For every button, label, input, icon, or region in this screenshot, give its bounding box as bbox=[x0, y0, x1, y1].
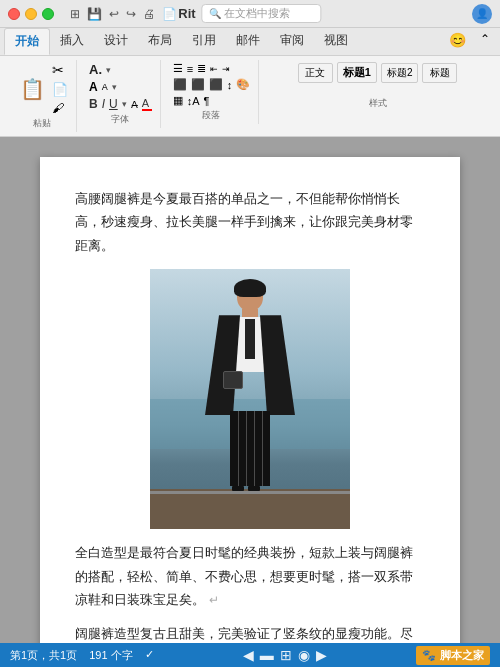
status-left: 第1页，共1页 191 个字 ✓ bbox=[10, 648, 154, 663]
indent-decrease-button[interactable]: ⇤ bbox=[210, 64, 218, 74]
font-color-button[interactable]: A bbox=[142, 97, 152, 111]
tab-insert[interactable]: 插入 bbox=[50, 28, 94, 55]
align-right-button[interactable]: ⬛ bbox=[209, 78, 223, 91]
nav-icon-right[interactable]: ▶ bbox=[316, 647, 327, 663]
paste-icon: 📋 bbox=[16, 74, 48, 104]
doc-icon[interactable]: 📄 bbox=[160, 7, 179, 21]
bold-button[interactable]: B bbox=[89, 97, 98, 111]
cut-copy-group: ✂ 📄 🖌 bbox=[52, 62, 68, 115]
show-marks-button[interactable]: ¶ bbox=[204, 95, 210, 107]
emoji-icon[interactable]: 😊 bbox=[441, 28, 474, 55]
shading-button[interactable]: 🎨 bbox=[236, 78, 250, 91]
paragraph-1: 高腰阔腿裤是今夏最百搭的单品之一，不但能帮你悄悄长高，秒速瘦身、拉长美腿一样手到… bbox=[75, 187, 425, 257]
maximize-button[interactable] bbox=[42, 8, 54, 20]
font-size-row: A A ▾ bbox=[89, 80, 152, 94]
paragraph-controls: ☰ ≡ ≣ ⇤ ⇥ ⬛ ⬛ ⬛ ↕ 🎨 ▦ ↕A ¶ bbox=[173, 62, 251, 107]
redo-icon[interactable]: ↪ bbox=[124, 7, 138, 21]
format-painter-button[interactable]: 🖌 bbox=[52, 101, 68, 115]
style-heading2[interactable]: 标题2 bbox=[381, 63, 419, 83]
doc-page: 高腰阔腿裤是今夏最百搭的单品之一，不但能帮你悄悄长高，秒速瘦身、拉长美腿一样手到… bbox=[40, 157, 460, 643]
italic-button[interactable]: I bbox=[102, 97, 105, 111]
nav-icon-view1[interactable]: ▬ bbox=[260, 647, 274, 663]
align-center-button[interactable]: ⬛ bbox=[191, 78, 205, 91]
strikethrough-button[interactable]: A̶ bbox=[131, 99, 138, 110]
font-format-row: B I U ▾ A̶ A bbox=[89, 97, 152, 111]
group-style: 正文 标题1 标题2 标题 样式 bbox=[263, 60, 492, 112]
group-font: A. ▾ A A ▾ B I U ▾ A̶ A 字体 bbox=[81, 60, 161, 128]
search-placeholder: 在文档中搜索 bbox=[224, 6, 290, 21]
word-count: 191 个字 bbox=[89, 648, 132, 663]
style-gallery: 正文 标题1 标题2 标题 bbox=[298, 62, 458, 83]
cut-button[interactable]: ✂ bbox=[52, 62, 68, 78]
nav-icon-view3[interactable]: ◉ bbox=[298, 647, 310, 663]
save-icon[interactable]: 💾 bbox=[85, 7, 104, 21]
borders-button[interactable]: ▦ bbox=[173, 94, 183, 107]
nav-icon-left[interactable]: ◀ bbox=[243, 647, 254, 663]
font-name-row: A. ▾ bbox=[89, 62, 152, 77]
font-size-dropdown[interactable]: ▾ bbox=[112, 82, 117, 92]
numbered-list-button[interactable]: ≡ bbox=[187, 63, 193, 75]
print-icon[interactable]: 🖨 bbox=[141, 7, 157, 21]
paste-label: 粘贴 bbox=[33, 117, 51, 130]
tie bbox=[245, 319, 255, 359]
right-shoe bbox=[248, 486, 260, 491]
tab-mail[interactable]: 邮件 bbox=[226, 28, 270, 55]
document-area[interactable]: 高腰阔腿裤是今夏最百搭的单品之一，不但能帮你悄悄长高，秒速瘦身、拉长美腿一样手到… bbox=[0, 137, 500, 643]
minimize-button[interactable] bbox=[25, 8, 37, 20]
group-paragraph: ☰ ≡ ≣ ⇤ ⇥ ⬛ ⬛ ⬛ ↕ 🎨 ▦ ↕A ¶ bbox=[165, 60, 260, 124]
paste-button[interactable]: 📋 bbox=[16, 74, 48, 104]
stripe4 bbox=[262, 411, 263, 486]
tab-review[interactable]: 审阅 bbox=[270, 28, 314, 55]
copy-button[interactable]: 📄 bbox=[52, 82, 68, 97]
user-avatar[interactable]: 👤 bbox=[472, 4, 492, 24]
toolbar-icons: ⊞ 💾 ↩ ↪ 🖨 📄 bbox=[68, 7, 179, 21]
figure bbox=[205, 281, 295, 491]
window-icon: ⊞ bbox=[68, 7, 82, 21]
pants bbox=[230, 411, 270, 486]
stripe2 bbox=[246, 411, 247, 486]
underline-button[interactable]: U bbox=[109, 97, 118, 111]
underline-dropdown[interactable]: ▾ bbox=[122, 99, 127, 109]
indent-increase-button[interactable]: ⇥ bbox=[222, 64, 230, 74]
status-bar: 第1页，共1页 191 个字 ✓ ◀ ▬ ⊞ ◉ ▶ 🐾 脚本之家 bbox=[0, 643, 500, 667]
font-size-a-large[interactable]: A bbox=[89, 80, 98, 94]
font-name[interactable]: A. bbox=[89, 62, 102, 77]
title-bar-center: Rit 🔍 在文档中搜索 bbox=[178, 4, 321, 23]
nav-icon-view2[interactable]: ⊞ bbox=[280, 647, 292, 663]
tab-layout[interactable]: 布局 bbox=[138, 28, 182, 55]
paragraph-2: 全白造型是最符合夏日时髦的经典装扮，短款上装与阔腿裤的搭配，轻松、简单、不费心思… bbox=[75, 541, 425, 611]
align-left-button[interactable]: ⬛ bbox=[173, 78, 187, 91]
font-dropdown-arrow[interactable]: ▾ bbox=[106, 65, 111, 75]
bullet-list-button[interactable]: ☰ bbox=[173, 62, 183, 75]
paragraph-label: 段落 bbox=[202, 109, 220, 122]
collapse-ribbon-icon[interactable]: ⌃ bbox=[474, 28, 496, 55]
doc-image-container bbox=[75, 269, 425, 529]
tab-view[interactable]: 视图 bbox=[314, 28, 358, 55]
multilevel-list-button[interactable]: ≣ bbox=[197, 62, 206, 75]
app-title: Rit bbox=[178, 6, 195, 21]
bag bbox=[223, 371, 243, 389]
fashion-image bbox=[150, 269, 350, 529]
group-paste: 📋 ✂ 📄 🖌 粘贴 bbox=[8, 60, 77, 132]
dock-floor bbox=[150, 489, 350, 529]
site-brand[interactable]: 🐾 脚本之家 bbox=[416, 646, 490, 665]
undo-icon[interactable]: ↩ bbox=[107, 7, 121, 21]
tab-design[interactable]: 设计 bbox=[94, 28, 138, 55]
site-name: 脚本之家 bbox=[440, 648, 484, 663]
cape-right bbox=[260, 315, 295, 415]
style-normal[interactable]: 正文 bbox=[298, 63, 333, 83]
font-controls: A. ▾ A A ▾ B I U ▾ A̶ A bbox=[89, 62, 152, 111]
site-icon: 🐾 bbox=[422, 649, 436, 662]
hair bbox=[234, 279, 266, 297]
sort-button[interactable]: ↕A bbox=[187, 95, 200, 107]
style-title[interactable]: 标题 bbox=[422, 63, 457, 83]
tab-references[interactable]: 引用 bbox=[182, 28, 226, 55]
avatar-icon[interactable]: 👤 bbox=[472, 4, 492, 24]
line-spacing-button[interactable]: ↕ bbox=[227, 79, 233, 91]
close-button[interactable] bbox=[8, 8, 20, 20]
title-bar: ⊞ 💾 ↩ ↪ 🖨 📄 Rit 🔍 在文档中搜索 👤 bbox=[0, 0, 500, 28]
font-size-a-small[interactable]: A bbox=[102, 82, 108, 92]
tab-home[interactable]: 开始 bbox=[4, 28, 50, 55]
search-box[interactable]: 🔍 在文档中搜索 bbox=[202, 4, 322, 23]
style-heading1[interactable]: 标题1 bbox=[337, 62, 377, 83]
